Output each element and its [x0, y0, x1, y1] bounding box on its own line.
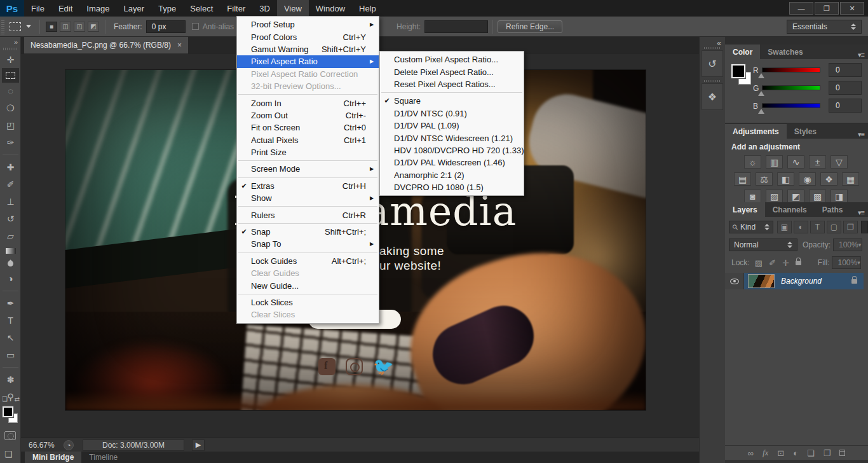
gradient-tool[interactable] — [6, 248, 16, 254]
status-expand-icon[interactable]: ▶ — [192, 439, 205, 451]
curves-adjustment-icon[interactable]: ∿ — [787, 155, 804, 169]
restore-button[interactable]: ❐ — [815, 2, 839, 15]
close-document-icon[interactable]: × — [177, 41, 182, 50]
panel-menu-icon[interactable]: ▾≡ — [858, 209, 868, 217]
menu-item-proof-colors[interactable]: Proof ColorsCtrl+Y — [237, 31, 379, 43]
tab-timeline[interactable]: Timeline — [81, 452, 125, 463]
red-value-field[interactable]: 0 — [829, 63, 862, 77]
tab-adjustments[interactable]: Adjustments — [725, 124, 787, 139]
levels-adjustment-icon[interactable]: ▥ — [766, 155, 783, 169]
document-tab[interactable]: Nesabamedia_PC.png @ 66.7% (RGB/8) × — [24, 37, 188, 53]
filter-shape-layers-icon[interactable]: ▢ — [827, 221, 841, 233]
move-tool[interactable]: ✛ — [7, 55, 15, 65]
quick-mask-button[interactable] — [4, 431, 16, 440]
red-slider[interactable] — [762, 67, 820, 73]
new-selection-button[interactable]: ■ — [46, 22, 57, 32]
link-layers-icon[interactable]: ∞ — [748, 448, 754, 458]
photo-filter-adjustment-icon[interactable]: ◉ — [799, 172, 816, 186]
blend-mode-dropdown[interactable]: Normal — [729, 238, 797, 251]
history-panel-icon[interactable]: ↺ — [702, 50, 723, 77]
feather-input[interactable]: 0 px — [146, 20, 186, 33]
new-layer-icon[interactable]: ❐ — [824, 448, 831, 458]
add-to-selection-button[interactable]: ◫ — [60, 22, 71, 32]
lock-all-icon[interactable] — [796, 261, 801, 265]
menu-item-zoom-in[interactable]: Zoom InCtrl++ — [237, 97, 379, 109]
spot-healing-brush-tool[interactable]: ✚ — [7, 162, 15, 172]
menu-item-custom-pixel-aspect-ratio[interactable]: Custom Pixel Aspect Ratio... — [380, 53, 524, 66]
eyedropper-tool[interactable]: ✑ — [7, 137, 15, 148]
green-slider[interactable] — [762, 85, 820, 90]
menu-item-rulers[interactable]: RulersCtrl+R — [237, 209, 379, 221]
expand-tools-icon[interactable]: » — [14, 38, 18, 46]
fill-dropdown[interactable]: 100% ▾ — [832, 256, 861, 269]
menubar-layer[interactable]: Layer — [117, 0, 152, 17]
zoom-level-field[interactable]: 66.67% — [29, 441, 64, 450]
blue-slider-thumb[interactable] — [758, 109, 764, 114]
intersect-selection-button[interactable]: ◩ — [88, 22, 99, 32]
anti-alias-checkbox[interactable] — [192, 23, 199, 30]
tab-paths[interactable]: Paths — [815, 202, 851, 217]
height-input[interactable] — [424, 20, 488, 33]
menu-item-anamorphic-2-1-2[interactable]: Anamorphic 2:1 (2) — [380, 169, 524, 181]
default-colors-icon[interactable]: ❏ — [2, 396, 8, 403]
lock-transparency-icon[interactable]: ▨ — [755, 258, 763, 268]
close-button[interactable]: ✕ — [840, 2, 864, 15]
rectangular-marquee-tool[interactable] — [6, 72, 15, 79]
menubar-edit[interactable]: Edit — [51, 0, 79, 17]
menu-item-hdv-1080-dvcpro-hd-720-1-33[interactable]: HDV 1080/DVCPRO HD 720 (1.33) — [380, 144, 524, 156]
menu-item-32-bit-preview-options[interactable]: 32-bit Preview Options... — [237, 80, 379, 92]
lock-position-icon[interactable]: ✛ — [782, 258, 789, 268]
tool-preset-caret-icon[interactable] — [26, 25, 31, 28]
minimize-button[interactable]: — — [789, 2, 813, 15]
screen-mode-button[interactable]: ❏ — [4, 449, 13, 459]
layer-filter-kind-dropdown[interactable]: ⚲ Kind — [729, 221, 773, 233]
exposure-adjustment-icon[interactable]: ± — [809, 155, 826, 169]
path-selection-tool[interactable]: ↖ — [7, 333, 15, 343]
menu-item-pixel-aspect-ratio[interactable]: Pixel Aspect Ratio▶ — [237, 55, 379, 67]
visibility-gutter[interactable] — [725, 273, 744, 289]
dodge-tool[interactable]: ◑ — [8, 273, 13, 284]
menubar-image[interactable]: Image — [79, 0, 116, 17]
lock-paint-icon[interactable]: ✐ — [769, 258, 776, 268]
menu-item-pixel-aspect-ratio-correction[interactable]: Pixel Aspect Ratio Correction — [237, 68, 379, 80]
color-lookup-adjustment-icon[interactable]: ▦ — [842, 172, 859, 186]
history-brush-tool[interactable]: ↺ — [7, 214, 15, 224]
menubar-window[interactable]: Window — [309, 0, 352, 17]
menu-item-extras[interactable]: ✔ExtrasCtrl+H — [237, 180, 379, 192]
swap-colors-icon[interactable]: ⇄ — [15, 396, 20, 403]
menubar-type[interactable]: Type — [151, 0, 183, 17]
blur-tool[interactable] — [6, 259, 15, 268]
selective-color-adjustment-icon[interactable]: ◨ — [831, 190, 848, 203]
menu-item-screen-mode[interactable]: Screen Mode▶ — [237, 163, 379, 175]
menu-item-actual-pixels[interactable]: Actual PixelsCtrl+1 — [237, 134, 379, 146]
menu-item-gamut-warning[interactable]: Gamut WarningShift+Ctrl+Y — [237, 43, 379, 55]
workspace-switcher[interactable]: Essentials — [787, 20, 862, 34]
tab-channels[interactable]: Channels — [765, 202, 815, 217]
subtract-from-selection-button[interactable]: ◰ — [74, 22, 85, 32]
menu-item-d1-dv-pal-1-09[interactable]: D1/DV PAL (1.09) — [380, 120, 524, 132]
filter-adjustment-layers-icon[interactable]: ◐ — [794, 221, 808, 233]
menubar-file[interactable]: File — [24, 0, 51, 17]
eraser-tool[interactable]: ▱ — [7, 231, 14, 241]
tab-mini-bridge[interactable]: Mini Bridge — [25, 452, 81, 463]
menu-item-d1-dv-ntsc-0-91[interactable]: D1/DV NTSC (0.91) — [380, 107, 524, 120]
menubar-select[interactable]: Select — [183, 0, 220, 17]
foreground-color-swatch[interactable] — [731, 64, 745, 78]
lasso-tool[interactable]: ◌ — [8, 86, 13, 96]
tab-styles[interactable]: Styles — [787, 124, 824, 139]
layer-effects-icon[interactable]: fx — [763, 448, 768, 458]
invert-adjustment-icon[interactable]: ◙ — [744, 190, 761, 203]
menubar-view[interactable]: View — [277, 0, 309, 17]
properties-panel-icon[interactable]: ❖ — [702, 83, 723, 110]
tab-layers[interactable]: Layers — [725, 202, 765, 217]
menu-item-new-guide[interactable]: New Guide... — [237, 279, 379, 291]
vibrance-adjustment-icon[interactable]: ▽ — [831, 155, 848, 169]
panel-menu-icon[interactable]: ▾≡ — [858, 51, 868, 59]
menubar-filter[interactable]: Filter — [220, 0, 252, 17]
menu-item-lock-slices[interactable]: Lock Slices — [237, 296, 379, 308]
filter-type-layers-icon[interactable]: T — [810, 221, 825, 233]
adjustment-layer-icon[interactable]: ◐ — [793, 448, 798, 458]
menu-item-proof-setup[interactable]: Proof Setup▶ — [237, 18, 379, 31]
menu-item-dvcpro-hd-1080-1-5[interactable]: DVCPRO HD 1080 (1.5) — [380, 181, 524, 193]
blue-slider[interactable] — [762, 103, 820, 108]
